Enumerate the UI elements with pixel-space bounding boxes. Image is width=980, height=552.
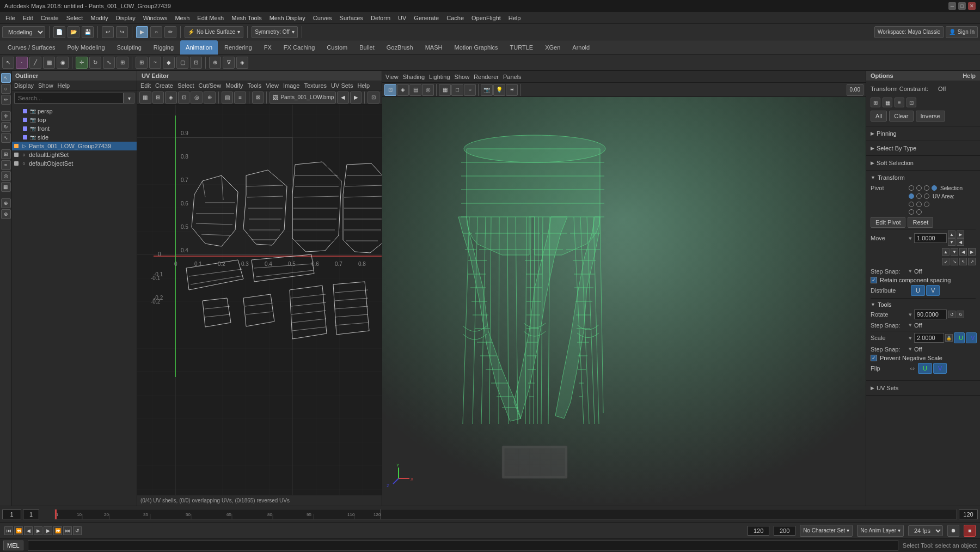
uv-tool-6[interactable]: ⊕	[204, 92, 216, 104]
playback-prev-key[interactable]: ⏪	[14, 526, 23, 535]
signin-btn[interactable]: 👤 Sign In	[946, 26, 978, 38]
playback-next-frame[interactable]: ▶	[44, 526, 52, 535]
tab-mash[interactable]: MASH	[420, 40, 448, 54]
menu-openflight[interactable]: OpenFlight	[468, 14, 504, 22]
playback-play[interactable]: ▶	[34, 526, 42, 535]
character-set-btn[interactable]: No Character Set ▾	[800, 525, 853, 537]
uv-tool-1[interactable]: ▦	[139, 92, 151, 104]
menu-generate[interactable]: Generate	[411, 14, 442, 22]
menu-display[interactable]: Display	[113, 14, 139, 22]
frame-start-input[interactable]	[2, 509, 21, 519]
scale-value[interactable]	[914, 333, 944, 343]
menu-edit-mesh[interactable]: Edit Mesh	[194, 14, 227, 22]
symmetry-btn[interactable]: Symmetry: Off ▾	[252, 26, 298, 38]
uv-area-radio-1[interactable]	[909, 193, 914, 199]
playback-end-frame[interactable]	[748, 526, 769, 536]
select-by-type-toggle[interactable]: ▶ Select By Type	[866, 143, 980, 153]
tree-item-default-light-set[interactable]: ○ defaultLightSet	[12, 150, 137, 159]
flip-u-btn[interactable]: U	[918, 363, 932, 374]
tab-gozbrush[interactable]: GozBrush	[381, 40, 419, 54]
uv-checkerboard-btn[interactable]: ⊠	[252, 92, 264, 104]
current-frame-input[interactable]	[23, 509, 39, 519]
tab-turtle[interactable]: TURTLE	[505, 40, 539, 54]
menu-mesh[interactable]: Mesh	[171, 14, 193, 22]
uv-display-2[interactable]: ≡	[234, 92, 246, 104]
new-scene-btn[interactable]: 📄	[53, 26, 65, 38]
rotate-tool-btn[interactable]: ↻	[89, 57, 101, 69]
move-nav-down[interactable]: ▼	[951, 248, 958, 256]
tab-sculpting[interactable]: Sculpting	[112, 40, 147, 54]
menu-cache[interactable]: Cache	[443, 14, 467, 22]
move-right-btn[interactable]: ▶	[957, 230, 964, 238]
distribute-v-btn[interactable]: V	[926, 285, 940, 296]
menu-modify[interactable]: Modify	[87, 14, 111, 22]
uv-mode-btn[interactable]: ◉	[57, 57, 69, 69]
timeline-track[interactable]: 1 10 20 35 50 65 80 95 110 120	[54, 509, 957, 520]
menu-mesh-display[interactable]: Mesh Display	[266, 14, 309, 22]
menu-create[interactable]: Create	[38, 14, 62, 22]
tab-bullet[interactable]: Bullet	[354, 40, 380, 54]
scale-tool-btn[interactable]: ⤡	[103, 57, 115, 69]
tree-item-pants-group[interactable]: ▷ Pants_001_LOW_Group27439	[12, 142, 137, 150]
open-btn[interactable]: 📂	[68, 26, 79, 38]
clear-btn[interactable]: Clear	[889, 111, 913, 122]
move-diag-btn-4[interactable]: ↗	[968, 258, 976, 265]
pivot-radio-1[interactable]	[909, 185, 914, 191]
uv-menu-uvsets[interactable]: UV Sets	[331, 82, 353, 89]
outliner-search[interactable]	[14, 93, 124, 104]
left-scale-btn[interactable]: ⤡	[1, 133, 11, 143]
left-rotate-btn[interactable]: ↻	[1, 122, 11, 132]
uv-menu-help[interactable]: Help	[357, 82, 370, 89]
extra-radio-4[interactable]	[909, 209, 914, 215]
uv-menu-textures[interactable]: Textures	[304, 82, 327, 89]
tab-fx-caching[interactable]: FX Caching	[278, 40, 320, 54]
tab-motion-graphics[interactable]: Motion Graphics	[449, 40, 503, 54]
move-diag-btn[interactable]: ↙	[942, 258, 950, 265]
fps-dropdown[interactable]: 24 fps 30 fps	[908, 525, 943, 536]
distribute-u-btn[interactable]: U	[911, 285, 925, 296]
playback-next-key[interactable]: ⏩	[53, 526, 62, 535]
move-value[interactable]	[914, 233, 947, 243]
select-btn[interactable]: ▶	[136, 26, 148, 38]
edge-mode-btn[interactable]: ╱	[29, 57, 41, 69]
rotate-cw-btn[interactable]: ↻	[957, 311, 964, 318]
extra-radio-5[interactable]	[916, 209, 922, 215]
uv-texture-file[interactable]: 🖼 Pants_001_LOW.bmp	[270, 92, 336, 104]
tab-rendering[interactable]: Rendering	[219, 40, 258, 54]
vp-camera-btn[interactable]: 📷	[481, 84, 493, 96]
move-diag-btn-3[interactable]: ↖	[959, 258, 967, 265]
extra-radio-3[interactable]	[924, 202, 929, 207]
pivot-radio-2[interactable]	[916, 185, 922, 191]
layout-btn-4[interactable]: ⊡	[906, 98, 916, 107]
lasso-btn[interactable]: ○	[150, 26, 162, 38]
scale-u-btn[interactable]: U	[954, 332, 965, 343]
flip-v-btn[interactable]: V	[933, 363, 947, 374]
vp-menu-view[interactable]: View	[385, 74, 399, 80]
playback-goto-end[interactable]: ⏭	[63, 526, 72, 535]
paint-sel-btn[interactable]: ✏	[164, 26, 176, 38]
snap-grid-btn[interactable]: ⊞	[136, 57, 148, 69]
tools-toggle[interactable]: ▼ Tools	[871, 300, 976, 310]
viewport-canvas[interactable]: Verts: 1665 1665 0 Edges: 3325 3325 0 Fa…	[382, 97, 866, 506]
transform-tool-btn[interactable]: ⊞	[117, 57, 128, 69]
retain-spacing-checkbox[interactable]: ✓	[871, 277, 877, 283]
playback-prev-frame[interactable]: ◀	[24, 526, 33, 535]
uv-tool-5[interactable]: ◎	[191, 92, 203, 104]
uv-tool-4[interactable]: ⊡	[178, 92, 190, 104]
reset-btn[interactable]: Reset	[908, 217, 933, 228]
uv-zoom-fit[interactable]: ⊡	[367, 92, 379, 104]
pivot-radio-4[interactable]	[932, 185, 937, 191]
snap-view-btn[interactable]: ⊡	[190, 57, 202, 69]
left-paint-btn[interactable]: ✏	[1, 95, 11, 105]
uv-display-1[interactable]: ▤	[222, 92, 234, 104]
vp-tool-3[interactable]: ▤	[409, 84, 421, 96]
tab-fx[interactable]: FX	[259, 40, 277, 54]
outliner-menu-help[interactable]: Help	[58, 82, 70, 89]
undo-btn[interactable]: ↩	[102, 26, 114, 38]
left-select-btn[interactable]: ↖	[1, 73, 11, 83]
edit-pivot-btn[interactable]: Edit Pivot	[871, 217, 905, 228]
uv-menu-modify[interactable]: Modify	[225, 82, 243, 89]
inverse-btn[interactable]: Inverse	[916, 111, 945, 122]
uv-canvas[interactable]: 0.9 0.8 0.7 0.6 0.5 0.4 0 -0.1 -0.2 0 0.…	[137, 105, 382, 495]
mode-dropdown[interactable]: Modeling	[2, 26, 45, 38]
